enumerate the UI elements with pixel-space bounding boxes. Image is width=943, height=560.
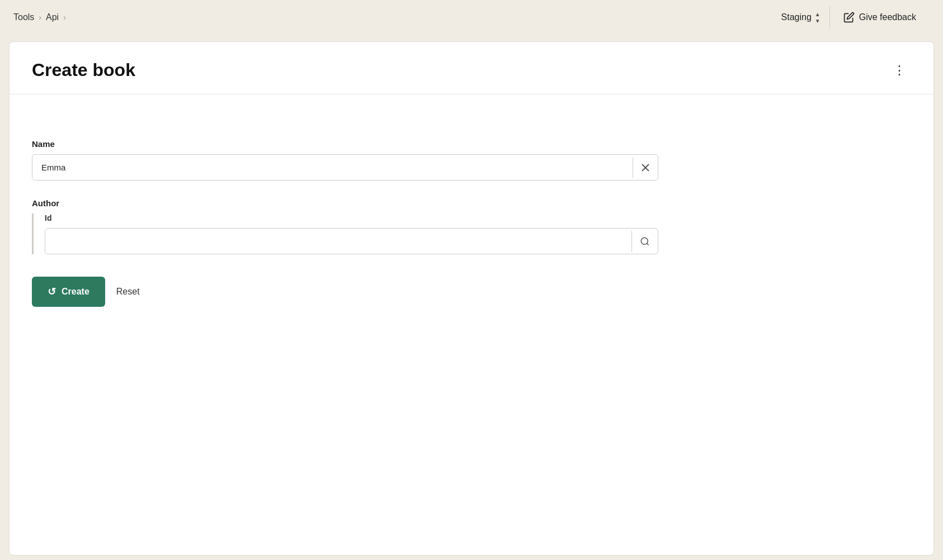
name-form-group: Name xyxy=(32,139,658,181)
form-area: Name Author Id xyxy=(10,94,681,329)
more-options-button[interactable]: ⋮ xyxy=(889,61,911,80)
staging-arrows-icon: ▲ ▼ xyxy=(815,11,821,24)
feedback-icon xyxy=(843,12,855,23)
author-form-group: Author Id xyxy=(32,198,658,254)
feedback-label: Give feedback xyxy=(859,12,916,22)
top-nav: Tools › Api › Staging ▲ ▼ Give feedback xyxy=(0,0,943,35)
name-clear-button[interactable] xyxy=(633,158,658,178)
breadcrumb-sep-1: › xyxy=(39,13,41,22)
breadcrumb-sep-2: › xyxy=(63,13,66,22)
author-id-label: Id xyxy=(45,213,658,222)
create-icon: ↺ xyxy=(48,286,56,298)
reset-button[interactable]: Reset xyxy=(116,287,140,297)
top-nav-right: Staging ▲ ▼ Give feedback xyxy=(772,7,930,29)
breadcrumb-tools[interactable]: Tools xyxy=(13,12,34,22)
page-title: Create book xyxy=(32,60,135,80)
name-label: Name xyxy=(32,139,658,149)
page-header: Create book ⋮ xyxy=(10,42,933,94)
close-icon xyxy=(641,163,650,172)
author-id-input-wrapper xyxy=(45,228,658,254)
breadcrumb: Tools › Api › xyxy=(13,12,66,22)
staging-selector[interactable]: Staging ▲ ▼ xyxy=(772,7,830,29)
breadcrumb-api[interactable]: Api xyxy=(46,12,59,22)
create-button[interactable]: ↺ Create xyxy=(32,277,105,307)
give-feedback-button[interactable]: Give feedback xyxy=(830,7,930,27)
name-input[interactable] xyxy=(32,155,633,180)
svg-line-3 xyxy=(647,243,648,245)
svg-point-2 xyxy=(641,238,648,244)
author-label: Author xyxy=(32,198,658,208)
buttons-row: ↺ Create Reset xyxy=(32,277,658,307)
author-id-search-button[interactable] xyxy=(631,231,658,252)
author-section: Id xyxy=(32,213,658,254)
name-input-wrapper xyxy=(32,154,658,181)
create-button-label: Create xyxy=(62,287,89,297)
main-content-card: Create book ⋮ Name Author Id xyxy=(9,41,934,556)
search-icon xyxy=(640,236,650,246)
staging-label: Staging xyxy=(781,12,812,22)
author-id-input[interactable] xyxy=(45,229,631,254)
